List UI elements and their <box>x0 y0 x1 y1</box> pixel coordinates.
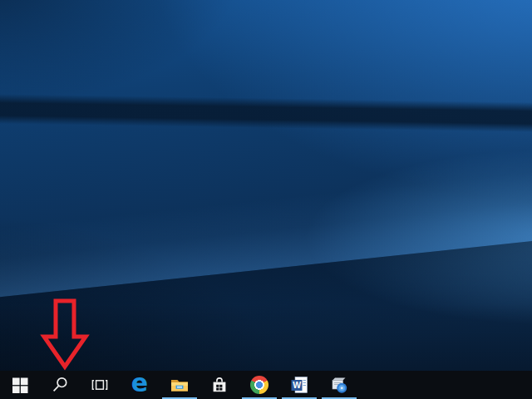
folder-icon <box>170 375 190 395</box>
edge-button[interactable]: e <box>120 371 160 399</box>
task-view-icon <box>90 375 110 395</box>
taskbar: e <box>0 371 532 399</box>
word-button[interactable]: W <box>279 371 319 399</box>
search-icon <box>50 375 70 395</box>
edge-icon: e <box>131 373 148 393</box>
task-view-button[interactable] <box>80 371 120 399</box>
store-bag-icon <box>209 375 229 395</box>
start-button[interactable] <box>0 371 40 399</box>
red-down-arrow-annotation <box>37 296 92 372</box>
store-button[interactable] <box>200 371 239 399</box>
svg-text:W: W <box>293 380 301 390</box>
installer-button[interactable] <box>319 371 359 399</box>
chrome-button[interactable] <box>239 371 279 399</box>
chrome-icon <box>250 376 268 394</box>
file-explorer-button[interactable] <box>160 371 200 399</box>
windows-logo-icon <box>10 375 30 395</box>
windows-desktop: e <box>0 0 532 399</box>
search-button[interactable] <box>40 371 80 399</box>
word-icon: W <box>289 375 309 395</box>
installer-icon <box>329 375 349 395</box>
wallpaper-dark-band <box>0 94 532 132</box>
